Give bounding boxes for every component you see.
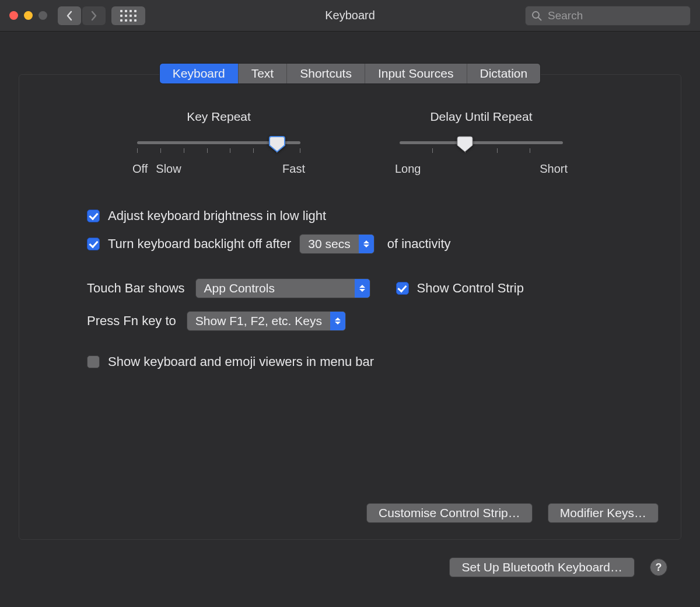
search-icon [531, 11, 542, 21]
show-control-strip-label: Show Control Strip [417, 281, 524, 296]
tab-bar: Keyboard Text Shortcuts Input Sources Di… [159, 63, 541, 84]
delay-slider[interactable] [394, 138, 569, 159]
delay-title: Delay Until Repeat [394, 110, 569, 124]
delay-short-label: Short [540, 162, 568, 176]
backlight-timeout-value: 30 secs [300, 235, 358, 253]
customise-control-strip-button[interactable]: Customise Control Strip… [366, 503, 533, 523]
key-repeat-slider-block: Key Repeat Off Slow Fast [131, 110, 306, 176]
titlebar: Keyboard [0, 0, 700, 32]
select-arrows-icon [330, 312, 345, 330]
adjust-brightness-checkbox[interactable] [87, 210, 100, 222]
tab-dictation[interactable]: Dictation [467, 64, 541, 83]
chevron-left-icon [66, 11, 73, 21]
minimize-window-button[interactable] [24, 11, 33, 20]
fn-key-select[interactable]: Show F1, F2, etc. Keys [187, 311, 346, 331]
tab-text[interactable]: Text [239, 64, 288, 83]
delay-until-repeat-slider-block: Delay Until Repeat Long Short [394, 110, 569, 176]
show-all-button[interactable] [111, 6, 145, 25]
tab-shortcuts[interactable]: Shortcuts [287, 64, 365, 83]
chevron-right-icon [90, 11, 97, 21]
adjust-brightness-label: Adjust keyboard brightness in low light [108, 208, 326, 224]
show-viewers-checkbox[interactable] [87, 355, 100, 368]
fn-key-label: Press Fn key to [87, 313, 176, 329]
setup-bluetooth-keyboard-button[interactable]: Set Up Bluetooth Keyboard… [449, 557, 635, 577]
touch-bar-select[interactable]: App Controls [195, 278, 370, 298]
backlight-off-label-after: of inactivity [387, 236, 451, 252]
slider-knob-icon[interactable] [269, 135, 285, 153]
maximize-window-button[interactable] [38, 11, 47, 20]
key-repeat-off-label: Off [132, 162, 148, 176]
select-arrows-icon [355, 279, 370, 298]
touch-bar-value: App Controls [196, 279, 355, 298]
svg-line-1 [538, 18, 541, 20]
select-arrows-icon [359, 235, 374, 253]
touch-bar-label: Touch Bar shows [87, 281, 185, 296]
key-repeat-slider[interactable] [131, 138, 306, 159]
show-viewers-label: Show keyboard and emoji viewers in menu … [108, 354, 374, 369]
search-input[interactable] [547, 9, 687, 23]
show-control-strip-checkbox[interactable] [396, 282, 409, 295]
delay-long-label: Long [395, 162, 421, 176]
backlight-off-checkbox[interactable] [87, 238, 100, 250]
back-button[interactable] [58, 6, 81, 25]
forward-button[interactable] [82, 6, 106, 25]
fn-key-value: Show F1, F2, etc. Keys [187, 312, 330, 330]
window-controls [9, 11, 47, 20]
tab-keyboard[interactable]: Keyboard [160, 64, 239, 83]
backlight-off-label-before: Turn keyboard backlight off after [108, 236, 291, 252]
slider-knob-icon[interactable] [457, 135, 473, 153]
help-button[interactable]: ? [650, 559, 667, 576]
key-repeat-fast-label: Fast [282, 162, 305, 176]
tab-input-sources[interactable]: Input Sources [365, 64, 467, 83]
grid-icon [120, 10, 136, 22]
key-repeat-title: Key Repeat [131, 110, 306, 124]
key-repeat-slow-label: Slow [156, 162, 181, 176]
close-window-button[interactable] [9, 11, 18, 20]
backlight-timeout-select[interactable]: 30 secs [299, 234, 374, 254]
settings-panel: Key Repeat Off Slow Fast [19, 74, 681, 540]
modifier-keys-button[interactable]: Modifier Keys… [548, 503, 659, 523]
search-field[interactable] [525, 6, 691, 26]
